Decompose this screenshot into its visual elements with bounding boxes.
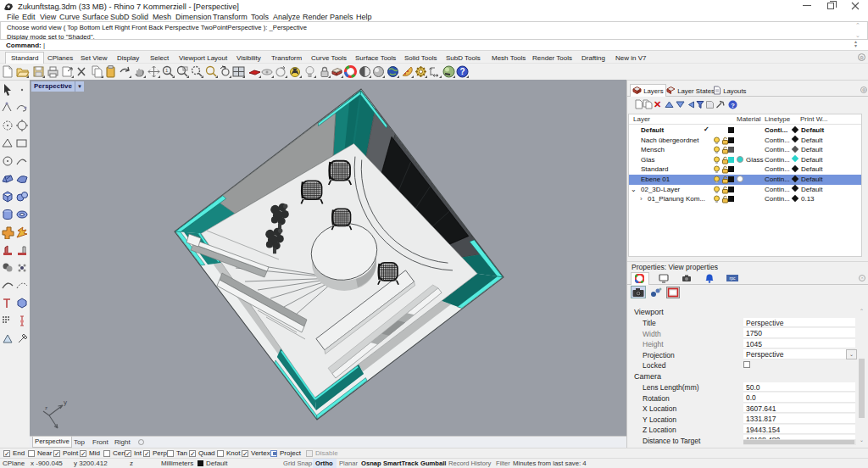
svg-text:x: x	[58, 427, 62, 430]
svg-text:z: z	[45, 405, 47, 410]
svg-text:1: 1	[165, 68, 169, 73]
svg-text:?: ?	[731, 102, 735, 109]
svg-text:?: ?	[460, 67, 465, 76]
svg-text:y: y	[64, 398, 67, 406]
